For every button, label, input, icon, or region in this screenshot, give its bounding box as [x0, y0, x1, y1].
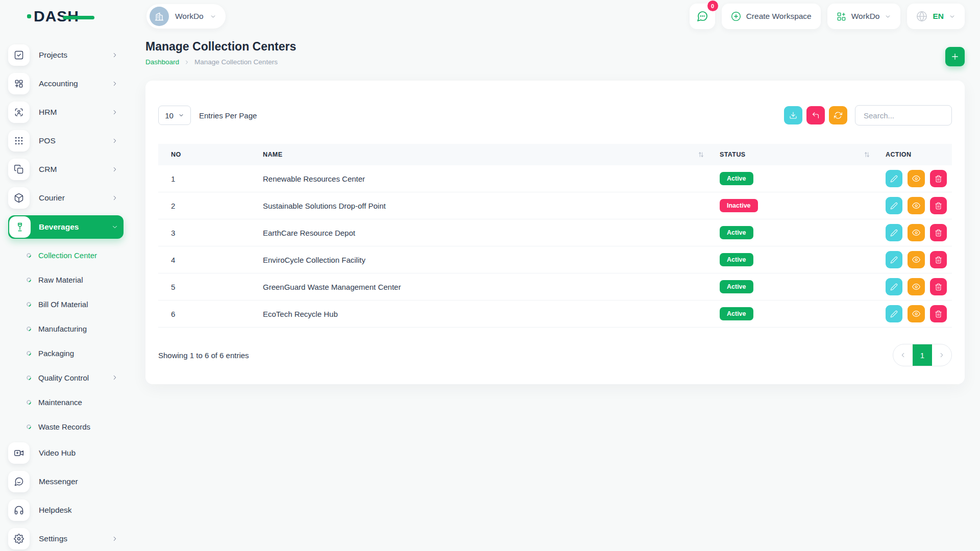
cell-actions — [886, 251, 952, 268]
bullet-icon — [26, 325, 32, 332]
chevron-left-icon — [899, 352, 906, 359]
sidebar-subitem-maintenance[interactable]: Maintenance — [8, 392, 124, 412]
sidebar-subitem-label: Bill Of Material — [38, 300, 88, 309]
sidebar-subitem-bill-of-material[interactable]: Bill Of Material — [8, 294, 124, 314]
delete-button[interactable] — [930, 170, 947, 187]
cell-name: Sustainable Solutions Drop-off Point — [263, 202, 720, 210]
sidebar-item-settings[interactable]: Settings — [8, 528, 124, 550]
sort-icon[interactable] — [698, 152, 704, 158]
sidebar-item-projects[interactable]: Projects — [8, 44, 124, 66]
table-header: NO NAME STATUS ACTION — [158, 144, 952, 165]
chevron-down-icon — [885, 13, 891, 20]
sidebar-item-label: Settings — [39, 534, 67, 543]
add-collection-center-button[interactable] — [945, 47, 965, 66]
sidebar-item-video-hub[interactable]: Video Hub — [8, 442, 124, 464]
page-number[interactable]: 1 — [913, 344, 932, 366]
plus-circle-icon — [731, 11, 741, 21]
edit-button[interactable] — [886, 278, 902, 295]
column-header-name[interactable]: NAME — [263, 151, 720, 158]
previous-page-button[interactable] — [893, 344, 913, 366]
next-page-button[interactable] — [932, 344, 951, 366]
sidebar-item-messenger[interactable]: Messenger — [8, 470, 124, 493]
workspace-switcher[interactable]: WorkDo — [146, 4, 226, 29]
delete-button[interactable] — [930, 305, 947, 322]
sidebar-item-accounting[interactable]: Accounting — [8, 72, 124, 95]
table-toolbar: 10 Entries Per Page — [158, 105, 952, 126]
search-input[interactable] — [855, 105, 952, 126]
sidebar-subitem-label: Quality Control — [38, 373, 89, 382]
view-button[interactable] — [908, 224, 924, 241]
view-button[interactable] — [908, 305, 924, 322]
eye-icon — [912, 310, 920, 318]
page-header: Manage Collection Centers Dashboard Mana… — [145, 40, 965, 66]
cell-actions — [886, 278, 952, 295]
view-button[interactable] — [908, 251, 924, 268]
sidebar-subitem-collection-center[interactable]: Collection Center — [8, 245, 124, 265]
sidebar-subitem-manufacturing[interactable]: Manufacturing — [8, 318, 124, 339]
reset-button[interactable] — [806, 106, 825, 124]
refresh-button[interactable] — [829, 106, 847, 124]
sidebar-item-hrm[interactable]: HRM — [8, 101, 124, 123]
eye-icon — [912, 256, 920, 264]
workdo-menu-button[interactable]: WorkDo — [827, 4, 901, 29]
cell-no: 3 — [158, 229, 263, 237]
sidebar-item-courier[interactable]: Courier — [8, 187, 124, 209]
column-header-status[interactable]: STATUS — [720, 151, 886, 158]
chevron-right-icon — [111, 137, 118, 144]
language-selector[interactable]: EN — [907, 4, 965, 29]
eye-icon — [912, 174, 920, 183]
eye-icon — [912, 229, 920, 237]
table-footer: Showing 1 to 6 of 6 entries 1 — [158, 344, 952, 366]
status-badge: Active — [720, 226, 753, 239]
create-workspace-button[interactable]: Create Workspace — [722, 4, 821, 29]
sort-icon[interactable] — [864, 152, 870, 158]
edit-button[interactable] — [886, 305, 902, 322]
messages-button[interactable]: 0 — [690, 4, 715, 29]
sidebar-item-label: Projects — [39, 51, 67, 60]
sidebar: Projects Accounting HRM POS — [0, 33, 128, 551]
export-button[interactable] — [784, 106, 802, 124]
delete-button[interactable] — [930, 224, 947, 241]
sidebar-subitem-waste-records[interactable]: Waste Records — [8, 416, 124, 437]
trash-icon — [935, 175, 942, 183]
edit-button[interactable] — [886, 170, 902, 187]
sidebar-item-helpdesk[interactable]: Helpdesk — [8, 499, 124, 521]
bullet-icon — [26, 374, 32, 381]
check-square-icon — [8, 44, 30, 66]
entries-per-page-select[interactable]: 10 — [158, 106, 191, 125]
delete-button[interactable] — [930, 251, 947, 268]
topbar: DASH WorkDo 0 Create Workspace WorkDo — [0, 0, 980, 33]
delete-button[interactable] — [930, 278, 947, 295]
eye-icon — [912, 202, 920, 210]
breadcrumb-dashboard-link[interactable]: Dashboard — [145, 58, 179, 66]
cell-no: 5 — [158, 283, 263, 291]
bullet-icon — [26, 301, 32, 308]
view-button[interactable] — [908, 197, 924, 214]
download-icon — [789, 111, 797, 119]
pencil-icon — [890, 175, 898, 183]
chevron-right-icon — [111, 535, 118, 542]
showing-entries-text: Showing 1 to 6 of 6 entries — [158, 351, 249, 360]
sidebar-item-pos[interactable]: POS — [8, 130, 124, 152]
table-row: 1 Renewable Resources Center Active — [158, 165, 952, 192]
sidebar-item-beverages[interactable]: Beverages — [8, 215, 124, 239]
video-camera-icon — [8, 442, 30, 464]
trash-icon — [935, 310, 942, 318]
edit-button[interactable] — [886, 197, 902, 214]
chevron-down-icon — [111, 223, 118, 231]
view-button[interactable] — [908, 278, 924, 295]
workspace-avatar — [150, 7, 169, 26]
sidebar-subitem-packaging[interactable]: Packaging — [8, 343, 124, 363]
chevron-down-icon — [178, 112, 184, 118]
view-button[interactable] — [908, 170, 924, 187]
delete-button[interactable] — [930, 197, 947, 214]
workspace-name: WorkDo — [175, 12, 204, 21]
sidebar-subitem-quality-control[interactable]: Quality Control — [8, 367, 124, 388]
sidebar-item-crm[interactable]: CRM — [8, 158, 124, 181]
sidebar-subitem-raw-material[interactable]: Raw Material — [8, 269, 124, 290]
column-header-action: ACTION — [886, 151, 952, 158]
status-badge: Active — [720, 253, 753, 266]
edit-button[interactable] — [886, 251, 902, 268]
edit-button[interactable] — [886, 224, 902, 241]
bullet-icon — [26, 423, 32, 430]
